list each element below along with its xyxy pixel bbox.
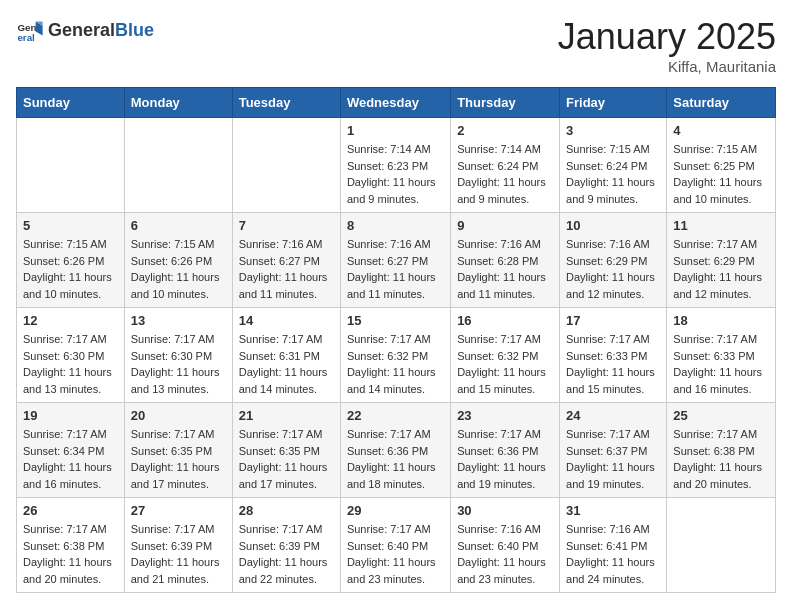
day-info: Sunrise: 7:17 AMSunset: 6:35 PMDaylight:… bbox=[239, 426, 334, 492]
calendar-day-cell: 31Sunrise: 7:16 AMSunset: 6:41 PMDayligh… bbox=[560, 498, 667, 593]
calendar-day-cell: 30Sunrise: 7:16 AMSunset: 6:40 PMDayligh… bbox=[451, 498, 560, 593]
day-info: Sunrise: 7:17 AMSunset: 6:31 PMDaylight:… bbox=[239, 331, 334, 397]
day-info: Sunrise: 7:14 AMSunset: 6:23 PMDaylight:… bbox=[347, 141, 444, 207]
day-number: 13 bbox=[131, 313, 226, 328]
page-header: Gen eral GeneralBlue January 2025 Kiffa,… bbox=[16, 16, 776, 75]
day-number: 22 bbox=[347, 408, 444, 423]
day-of-week-header: Monday bbox=[124, 88, 232, 118]
day-info: Sunrise: 7:17 AMSunset: 6:29 PMDaylight:… bbox=[673, 236, 769, 302]
day-number: 11 bbox=[673, 218, 769, 233]
calendar-day-cell: 8Sunrise: 7:16 AMSunset: 6:27 PMDaylight… bbox=[340, 213, 450, 308]
day-number: 29 bbox=[347, 503, 444, 518]
day-number: 19 bbox=[23, 408, 118, 423]
day-info: Sunrise: 7:16 AMSunset: 6:27 PMDaylight:… bbox=[347, 236, 444, 302]
day-number: 2 bbox=[457, 123, 553, 138]
day-number: 3 bbox=[566, 123, 660, 138]
day-number: 1 bbox=[347, 123, 444, 138]
day-number: 10 bbox=[566, 218, 660, 233]
calendar-table: SundayMondayTuesdayWednesdayThursdayFrid… bbox=[16, 87, 776, 593]
day-of-week-header: Sunday bbox=[17, 88, 125, 118]
day-info: Sunrise: 7:16 AMSunset: 6:27 PMDaylight:… bbox=[239, 236, 334, 302]
day-number: 8 bbox=[347, 218, 444, 233]
svg-text:eral: eral bbox=[17, 32, 35, 43]
day-number: 28 bbox=[239, 503, 334, 518]
day-info: Sunrise: 7:17 AMSunset: 6:40 PMDaylight:… bbox=[347, 521, 444, 587]
calendar-day-cell: 13Sunrise: 7:17 AMSunset: 6:30 PMDayligh… bbox=[124, 308, 232, 403]
day-info: Sunrise: 7:17 AMSunset: 6:32 PMDaylight:… bbox=[457, 331, 553, 397]
calendar-day-cell: 24Sunrise: 7:17 AMSunset: 6:37 PMDayligh… bbox=[560, 403, 667, 498]
day-number: 30 bbox=[457, 503, 553, 518]
logo: Gen eral GeneralBlue bbox=[16, 16, 154, 44]
day-number: 12 bbox=[23, 313, 118, 328]
day-number: 20 bbox=[131, 408, 226, 423]
calendar-day-cell: 10Sunrise: 7:16 AMSunset: 6:29 PMDayligh… bbox=[560, 213, 667, 308]
day-info: Sunrise: 7:16 AMSunset: 6:40 PMDaylight:… bbox=[457, 521, 553, 587]
calendar-day-cell: 27Sunrise: 7:17 AMSunset: 6:39 PMDayligh… bbox=[124, 498, 232, 593]
day-info: Sunrise: 7:17 AMSunset: 6:38 PMDaylight:… bbox=[23, 521, 118, 587]
day-number: 15 bbox=[347, 313, 444, 328]
day-info: Sunrise: 7:17 AMSunset: 6:39 PMDaylight:… bbox=[131, 521, 226, 587]
calendar-day-cell: 9Sunrise: 7:16 AMSunset: 6:28 PMDaylight… bbox=[451, 213, 560, 308]
day-number: 16 bbox=[457, 313, 553, 328]
day-number: 23 bbox=[457, 408, 553, 423]
day-number: 6 bbox=[131, 218, 226, 233]
logo-general-text: GeneralBlue bbox=[48, 20, 154, 41]
calendar-day-cell: 14Sunrise: 7:17 AMSunset: 6:31 PMDayligh… bbox=[232, 308, 340, 403]
calendar-day-cell: 15Sunrise: 7:17 AMSunset: 6:32 PMDayligh… bbox=[340, 308, 450, 403]
calendar-body: 1Sunrise: 7:14 AMSunset: 6:23 PMDaylight… bbox=[17, 118, 776, 593]
calendar-day-cell: 12Sunrise: 7:17 AMSunset: 6:30 PMDayligh… bbox=[17, 308, 125, 403]
calendar-day-cell: 4Sunrise: 7:15 AMSunset: 6:25 PMDaylight… bbox=[667, 118, 776, 213]
calendar-day-cell bbox=[667, 498, 776, 593]
day-info: Sunrise: 7:17 AMSunset: 6:30 PMDaylight:… bbox=[23, 331, 118, 397]
calendar-day-cell bbox=[124, 118, 232, 213]
day-info: Sunrise: 7:17 AMSunset: 6:33 PMDaylight:… bbox=[673, 331, 769, 397]
day-info: Sunrise: 7:17 AMSunset: 6:36 PMDaylight:… bbox=[457, 426, 553, 492]
day-number: 25 bbox=[673, 408, 769, 423]
day-number: 17 bbox=[566, 313, 660, 328]
calendar-day-cell: 11Sunrise: 7:17 AMSunset: 6:29 PMDayligh… bbox=[667, 213, 776, 308]
day-of-week-header: Friday bbox=[560, 88, 667, 118]
calendar-day-cell: 16Sunrise: 7:17 AMSunset: 6:32 PMDayligh… bbox=[451, 308, 560, 403]
calendar-week-row: 19Sunrise: 7:17 AMSunset: 6:34 PMDayligh… bbox=[17, 403, 776, 498]
day-number: 4 bbox=[673, 123, 769, 138]
calendar-day-cell: 3Sunrise: 7:15 AMSunset: 6:24 PMDaylight… bbox=[560, 118, 667, 213]
title-block: January 2025 Kiffa, Mauritania bbox=[558, 16, 776, 75]
day-number: 9 bbox=[457, 218, 553, 233]
day-info: Sunrise: 7:15 AMSunset: 6:25 PMDaylight:… bbox=[673, 141, 769, 207]
calendar-day-cell: 2Sunrise: 7:14 AMSunset: 6:24 PMDaylight… bbox=[451, 118, 560, 213]
day-number: 26 bbox=[23, 503, 118, 518]
calendar-day-cell bbox=[17, 118, 125, 213]
month-title: January 2025 bbox=[558, 16, 776, 58]
calendar-week-row: 5Sunrise: 7:15 AMSunset: 6:26 PMDaylight… bbox=[17, 213, 776, 308]
day-info: Sunrise: 7:15 AMSunset: 6:24 PMDaylight:… bbox=[566, 141, 660, 207]
calendar-day-cell: 17Sunrise: 7:17 AMSunset: 6:33 PMDayligh… bbox=[560, 308, 667, 403]
calendar-day-cell: 28Sunrise: 7:17 AMSunset: 6:39 PMDayligh… bbox=[232, 498, 340, 593]
day-info: Sunrise: 7:17 AMSunset: 6:36 PMDaylight:… bbox=[347, 426, 444, 492]
calendar-day-cell: 1Sunrise: 7:14 AMSunset: 6:23 PMDaylight… bbox=[340, 118, 450, 213]
calendar-week-row: 26Sunrise: 7:17 AMSunset: 6:38 PMDayligh… bbox=[17, 498, 776, 593]
day-info: Sunrise: 7:17 AMSunset: 6:30 PMDaylight:… bbox=[131, 331, 226, 397]
calendar-day-cell: 29Sunrise: 7:17 AMSunset: 6:40 PMDayligh… bbox=[340, 498, 450, 593]
calendar-day-cell bbox=[232, 118, 340, 213]
day-of-week-header: Thursday bbox=[451, 88, 560, 118]
calendar-header-row: SundayMondayTuesdayWednesdayThursdayFrid… bbox=[17, 88, 776, 118]
day-number: 18 bbox=[673, 313, 769, 328]
day-info: Sunrise: 7:15 AMSunset: 6:26 PMDaylight:… bbox=[131, 236, 226, 302]
day-number: 5 bbox=[23, 218, 118, 233]
calendar-day-cell: 19Sunrise: 7:17 AMSunset: 6:34 PMDayligh… bbox=[17, 403, 125, 498]
day-info: Sunrise: 7:17 AMSunset: 6:35 PMDaylight:… bbox=[131, 426, 226, 492]
calendar-day-cell: 22Sunrise: 7:17 AMSunset: 6:36 PMDayligh… bbox=[340, 403, 450, 498]
calendar-day-cell: 25Sunrise: 7:17 AMSunset: 6:38 PMDayligh… bbox=[667, 403, 776, 498]
day-number: 31 bbox=[566, 503, 660, 518]
day-number: 27 bbox=[131, 503, 226, 518]
day-number: 21 bbox=[239, 408, 334, 423]
day-number: 7 bbox=[239, 218, 334, 233]
day-of-week-header: Saturday bbox=[667, 88, 776, 118]
calendar-week-row: 12Sunrise: 7:17 AMSunset: 6:30 PMDayligh… bbox=[17, 308, 776, 403]
location-subtitle: Kiffa, Mauritania bbox=[558, 58, 776, 75]
day-number: 14 bbox=[239, 313, 334, 328]
calendar-day-cell: 21Sunrise: 7:17 AMSunset: 6:35 PMDayligh… bbox=[232, 403, 340, 498]
calendar-week-row: 1Sunrise: 7:14 AMSunset: 6:23 PMDaylight… bbox=[17, 118, 776, 213]
day-info: Sunrise: 7:17 AMSunset: 6:37 PMDaylight:… bbox=[566, 426, 660, 492]
calendar-day-cell: 26Sunrise: 7:17 AMSunset: 6:38 PMDayligh… bbox=[17, 498, 125, 593]
